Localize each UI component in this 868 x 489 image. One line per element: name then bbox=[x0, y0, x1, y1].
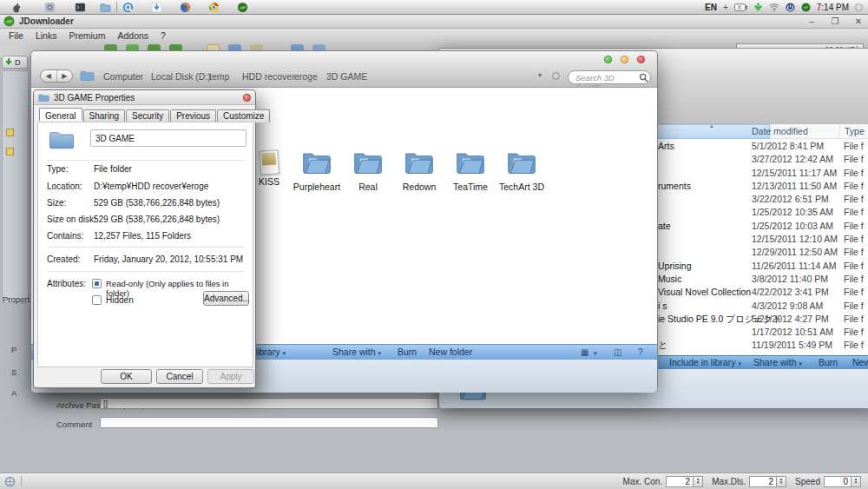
breadcrumb-temp[interactable]: temp bbox=[209, 71, 229, 82]
readonly-checkbox[interactable] bbox=[92, 279, 102, 288]
type-column-header[interactable]: Type bbox=[845, 126, 865, 136]
file-type: File f bbox=[844, 287, 864, 297]
ok-button[interactable]: OK bbox=[101, 369, 152, 384]
folder-name-input[interactable]: 3D GAME bbox=[90, 129, 247, 147]
jdownloader-tray-icon[interactable] bbox=[801, 3, 811, 12]
system-preferences-icon[interactable] bbox=[44, 2, 56, 13]
tab-customize[interactable]: Customize bbox=[217, 109, 270, 122]
max-dls-input[interactable]: 2 bbox=[749, 476, 777, 487]
file-type: File f bbox=[844, 154, 864, 164]
cancel-button[interactable]: Cancel bbox=[156, 369, 203, 384]
forward-button[interactable]: ▶ bbox=[57, 70, 73, 82]
views-icon[interactable]: ▦ bbox=[581, 347, 589, 357]
speed-limit-stepper[interactable]: ▲▼ bbox=[852, 476, 861, 487]
file-date-modified: 3/22/2012 6:51 PM bbox=[752, 194, 829, 204]
folder-icon bbox=[506, 147, 537, 176]
max-dls-stepper[interactable]: ▲▼ bbox=[777, 476, 786, 487]
language-indicator[interactable]: EN bbox=[705, 3, 717, 12]
new-folder-button[interactable]: New folder bbox=[429, 347, 472, 357]
include-in-library-button[interactable]: Include in library▾ bbox=[669, 357, 741, 367]
share-with-button[interactable]: Share with▾ bbox=[753, 357, 802, 367]
comment-input[interactable] bbox=[100, 417, 438, 428]
chrome-icon[interactable] bbox=[208, 2, 220, 13]
folder-item-label: TechArt 3D bbox=[496, 182, 547, 192]
close-traffic-button[interactable] bbox=[637, 56, 645, 63]
breadcrumb-local-disk-d[interactable]: Local Disk (D:) bbox=[151, 71, 211, 82]
folder-item[interactable]: Purpleheart bbox=[292, 147, 342, 192]
date-modified-column-header[interactable]: Date modified bbox=[752, 126, 808, 136]
minimize-button[interactable]: – bbox=[802, 17, 821, 26]
menu-links[interactable]: Links bbox=[36, 30, 57, 41]
wifi-tray-icon[interactable] bbox=[769, 3, 779, 11]
apple-menu-icon[interactable] bbox=[10, 2, 22, 13]
folder-item[interactable]: Real bbox=[343, 147, 393, 192]
reconnect-globe-icon[interactable] bbox=[4, 476, 16, 487]
file-name: Visual Novel Collection bbox=[658, 287, 751, 297]
tab-sharing[interactable]: Sharing bbox=[83, 109, 125, 122]
downloads-dock-icon[interactable] bbox=[151, 2, 162, 13]
dialog-close-button[interactable] bbox=[243, 94, 251, 102]
max-con-stepper[interactable]: ▲▼ bbox=[694, 476, 703, 487]
new-folder-button[interactable]: New f bbox=[852, 357, 868, 367]
share-with-button[interactable]: Share with▾ bbox=[332, 347, 381, 357]
advanced-button[interactable]: Advanced... bbox=[203, 291, 249, 306]
max-con-input[interactable]: 2 bbox=[666, 476, 694, 487]
battery-tray-icon[interactable] bbox=[734, 3, 747, 11]
package-icon[interactable] bbox=[6, 148, 14, 155]
terminal-icon[interactable] bbox=[75, 2, 86, 13]
explorer-front-chrome[interactable]: ◀ ▶ Computer Local Disk (D:) temp HDD re… bbox=[31, 51, 657, 88]
folder-item-label: Real bbox=[343, 182, 393, 192]
menu-addons[interactable]: Addons bbox=[117, 30, 148, 41]
hidden-checkbox[interactable] bbox=[92, 295, 102, 305]
refresh-icon[interactable] bbox=[552, 72, 560, 80]
burn-button[interactable]: Burn bbox=[398, 347, 417, 357]
file-name: i s bbox=[658, 301, 667, 311]
jdownloader-app-icon bbox=[3, 16, 15, 27]
restore-traffic-button[interactable] bbox=[621, 56, 628, 63]
tab-general[interactable]: General bbox=[39, 108, 82, 121]
breadcrumb-eroge[interactable]: eroge bbox=[294, 71, 318, 82]
minimize-traffic-button[interactable] bbox=[604, 56, 612, 63]
power-tray-icon[interactable] bbox=[786, 3, 795, 12]
apply-button[interactable]: Apply bbox=[207, 369, 254, 384]
jdownloader-titlebar[interactable]: JDownloader – ❐ ✕ bbox=[0, 15, 868, 29]
file-date-modified: 12/13/2011 11:50 AM bbox=[752, 181, 837, 191]
menu-premium[interactable]: Premium bbox=[69, 30, 105, 41]
help-icon[interactable]: ? bbox=[638, 347, 643, 357]
downloads-tab[interactable]: D bbox=[2, 56, 28, 69]
file-date-modified: 12/29/2011 12:50 AM bbox=[752, 247, 838, 257]
dialog-titlebar[interactable]: 3D GAME Properties bbox=[34, 90, 255, 105]
tab-previous-versions[interactable]: Previous Versions bbox=[170, 109, 216, 122]
breadcrumb-dropdown-icon[interactable]: ▾ bbox=[538, 71, 542, 79]
breadcrumb-computer[interactable]: Computer bbox=[103, 71, 143, 82]
breadcrumb-3d-game[interactable]: 3D GAME bbox=[326, 71, 367, 82]
menu-help[interactable]: ? bbox=[161, 30, 166, 41]
plus-tray-icon[interactable]: + bbox=[723, 3, 728, 12]
file-date-modified: 11/26/2011 11:14 AM bbox=[752, 261, 837, 271]
jdownloader-dock-icon[interactable] bbox=[237, 2, 248, 13]
menu-file[interactable]: File bbox=[9, 30, 23, 41]
preview-pane-icon[interactable]: ◫ bbox=[614, 347, 621, 357]
download-tray-icon[interactable] bbox=[753, 3, 763, 12]
folder-dock-icon[interactable] bbox=[100, 2, 111, 13]
archive-password-input[interactable]: [] bbox=[100, 398, 438, 409]
close-button[interactable]: ✕ bbox=[849, 17, 868, 26]
folder-item[interactable]: Redown bbox=[394, 147, 444, 192]
firefox-icon[interactable] bbox=[180, 2, 191, 13]
file-date-modified: 5/21/2012 4:27 PM bbox=[752, 314, 829, 324]
package-icon[interactable] bbox=[6, 129, 14, 136]
field-fragment-p: P bbox=[11, 345, 16, 354]
quicktime-icon[interactable] bbox=[122, 2, 134, 13]
top-menu-bar: EN + 7:14 PM bbox=[0, 0, 868, 15]
folder-item[interactable]: TeaTime bbox=[445, 147, 496, 192]
maximize-button[interactable]: ❐ bbox=[825, 17, 845, 26]
folder-item[interactable]: TechArt 3D bbox=[496, 147, 547, 192]
speed-limit-input[interactable]: 0 bbox=[824, 476, 852, 487]
tab-security[interactable]: Security bbox=[126, 109, 169, 122]
clock[interactable]: 7:14 PM bbox=[817, 3, 849, 12]
views-dropdown-icon[interactable]: ▾ bbox=[594, 350, 597, 357]
breadcrumb-hdd-recover[interactable]: HDD recover bbox=[242, 71, 295, 82]
burn-button[interactable]: Burn bbox=[819, 357, 838, 367]
file-type: File f bbox=[844, 181, 864, 191]
back-button[interactable]: ◀ bbox=[41, 70, 57, 82]
